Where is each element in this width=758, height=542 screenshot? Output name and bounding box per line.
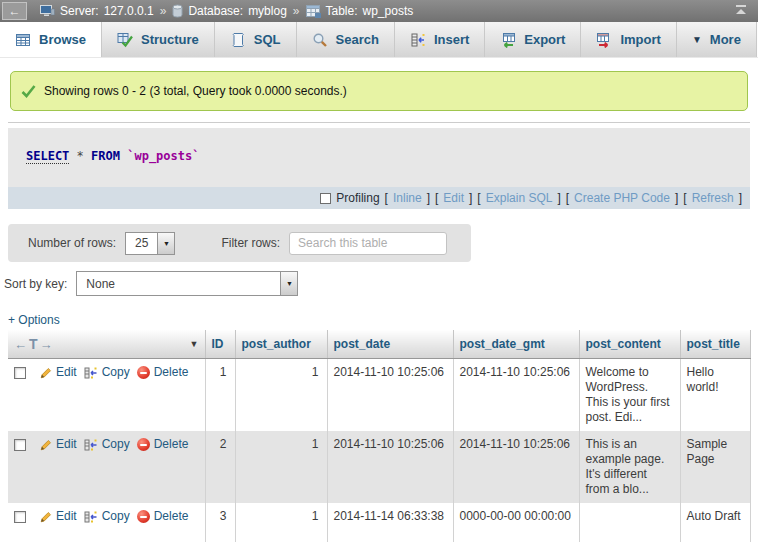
tab-import[interactable]: Import	[581, 22, 676, 57]
explain-sql-link[interactable]: Explain SQL	[486, 191, 553, 205]
result-message: Showing rows 0 - 2 (3 total, Query took …	[10, 71, 748, 111]
search-icon	[312, 32, 328, 48]
copy-link[interactable]: Copy	[84, 365, 130, 380]
structure-icon	[117, 32, 133, 48]
cell-post-date: 2014-11-10 10:25:06	[327, 431, 453, 503]
cell-post-date-gmt: 0000-00-00 00:00:00	[453, 503, 579, 542]
edit-label: Copy	[102, 437, 130, 452]
sort-by-key-select[interactable]: None ▼	[76, 271, 298, 296]
tab-more[interactable]: ▼ More	[677, 22, 757, 57]
actions-header: ←T→ ▼	[8, 330, 205, 359]
copy-link[interactable]: Copy	[84, 509, 130, 524]
t-glyph: T	[29, 336, 40, 352]
delete-icon	[137, 510, 150, 523]
tab-label: Search	[336, 32, 379, 47]
sql-keyword-from: FROM	[91, 149, 120, 163]
server-label: Server:	[60, 4, 99, 18]
cell-post-title: Auto Draft	[680, 503, 750, 542]
edit-link[interactable]: Edit	[38, 509, 77, 524]
row-checkbox[interactable]	[14, 511, 26, 523]
tab-export[interactable]: Export	[485, 22, 581, 57]
tab-insert[interactable]: Insert	[395, 22, 485, 57]
table-row: Edit Copy	[8, 503, 750, 542]
cell-id: 2	[205, 431, 235, 503]
delete-link[interactable]: Delete	[137, 365, 189, 380]
profiling-label: Profiling	[336, 191, 379, 205]
breadcrumb-separator: »	[292, 4, 301, 18]
table-link[interactable]: wp_posts	[363, 4, 414, 18]
inline-link[interactable]: Inline	[393, 191, 422, 205]
tab-browse[interactable]: Browse	[0, 22, 102, 57]
table-row: Edit Copy	[8, 431, 750, 503]
number-of-rows-select[interactable]: 25 ▼	[125, 232, 175, 255]
right-arrow-icon: →	[40, 337, 55, 352]
chevron-down-icon: ▼	[692, 34, 702, 45]
breadcrumb: ← Server: 127.0.0.1 » Database: myblog »…	[0, 0, 758, 22]
filter-rows-label: Filter rows:	[221, 236, 280, 250]
server-link[interactable]: 127.0.0.1	[104, 4, 154, 18]
tab-sql[interactable]: SQL	[215, 22, 297, 57]
edit-link[interactable]: Edit	[38, 437, 77, 452]
column-browse-controls[interactable]: ←T→	[14, 336, 55, 352]
copy-label: Copy	[102, 509, 130, 524]
delete-link[interactable]: Delete	[137, 509, 189, 524]
cell-post-title: Sample Page	[680, 431, 750, 503]
sql-star: *	[77, 149, 84, 163]
filter-rows-input[interactable]	[289, 232, 447, 255]
collapse-icon[interactable]	[734, 4, 748, 19]
row-checkbox[interactable]	[14, 439, 26, 451]
export-icon	[500, 32, 516, 48]
tab-bar: Browse Structure SQL Search	[0, 22, 758, 58]
copy-icon	[84, 510, 98, 524]
column-header-id[interactable]: ID	[205, 330, 235, 359]
sql-query-box: SELECT * FROM `wp_posts` Profiling [ Inl…	[8, 128, 750, 209]
edit-query-link[interactable]: Edit	[443, 191, 464, 205]
copy-label: Copy	[102, 365, 130, 380]
result-message-text: Showing rows 0 - 2 (3 total, Query took …	[44, 84, 347, 98]
sort-by-key-label: Sort by key:	[4, 277, 67, 291]
bracket: [	[683, 191, 686, 205]
sort-control-row: Sort by key: None ▼	[4, 271, 758, 296]
column-header-post-author[interactable]: post_author	[235, 330, 327, 359]
create-php-code-link[interactable]: Create PHP Code	[574, 191, 670, 205]
cell-post-content: This is an example page. It's different …	[579, 431, 680, 503]
delete-icon	[137, 438, 150, 451]
profiling-checkbox[interactable]	[320, 193, 331, 204]
column-header-post-date-gmt[interactable]: post_date_gmt	[453, 330, 579, 359]
edit-label: Edit	[56, 437, 77, 452]
server-icon	[40, 4, 55, 18]
bracket: [	[385, 191, 388, 205]
sql-query-text: SELECT * FROM `wp_posts`	[8, 128, 750, 187]
sort-by-key-value: None	[77, 272, 280, 295]
sql-keyword-select[interactable]: SELECT	[26, 149, 69, 164]
edit-icon	[38, 366, 52, 380]
section-divider	[8, 122, 750, 123]
tab-label: Structure	[141, 32, 199, 47]
cell-post-title: Hello world!	[680, 359, 750, 432]
copy-link[interactable]: Copy	[84, 437, 130, 452]
options-toggle[interactable]: + Options	[8, 313, 60, 327]
table-header-row: ←T→ ▼ ID post_author post_date post_date…	[8, 330, 750, 359]
column-header-post-date[interactable]: post_date	[327, 330, 453, 359]
sql-table-name: `wp_posts`	[127, 149, 199, 163]
delete-link[interactable]: Delete	[137, 437, 189, 452]
profiling-bar: Profiling [ Inline ] [ Edit ] [ Explain …	[8, 187, 750, 209]
row-checkbox[interactable]	[14, 367, 26, 379]
delete-label: Delete	[154, 437, 189, 452]
dropdown-arrow-icon: ▼	[280, 272, 297, 295]
cell-id: 1	[205, 359, 235, 432]
column-header-post-title[interactable]: post_title	[680, 330, 750, 359]
refresh-link[interactable]: Refresh	[692, 191, 734, 205]
cell-post-date: 2014-11-14 06:33:38	[327, 503, 453, 542]
database-link[interactable]: myblog	[248, 4, 287, 18]
sort-arrow-icon[interactable]: ▼	[190, 339, 199, 349]
column-header-post-content[interactable]: post_content	[579, 330, 680, 359]
bracket: ]	[469, 191, 472, 205]
database-label: Database:	[188, 4, 243, 18]
edit-link[interactable]: Edit	[38, 365, 77, 380]
back-button[interactable]: ←	[2, 2, 27, 20]
tab-structure[interactable]: Structure	[102, 22, 215, 57]
tab-search[interactable]: Search	[297, 22, 395, 57]
tab-label: Insert	[434, 32, 469, 47]
tab-label: More	[710, 32, 741, 47]
